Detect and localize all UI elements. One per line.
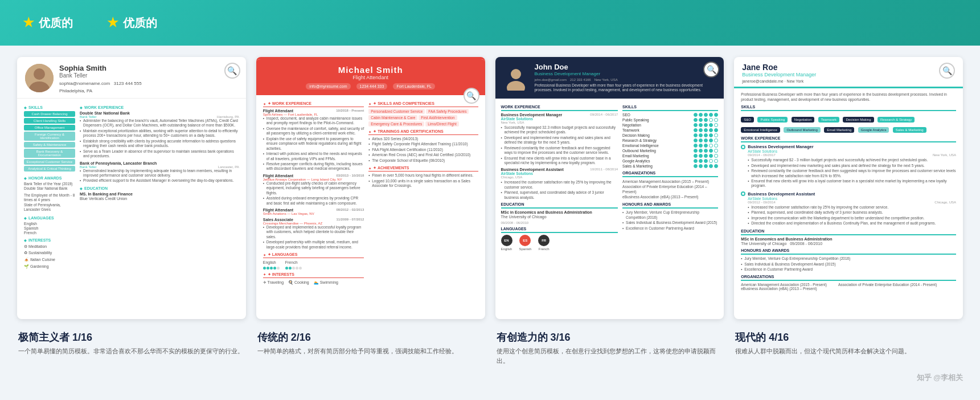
svg-point-1: [34, 68, 45, 80]
name-title-1: Sophia Smith Bank Teller sophia@nomename…: [59, 64, 142, 93]
magnify-btn-2[interactable]: 🔍: [464, 88, 479, 104]
resume-card-3: John Doe Business Development Manager jo…: [495, 57, 724, 319]
star-icon-2: ★: [107, 15, 118, 30]
watermark: 知乎 @李相关: [917, 373, 963, 383]
job-entry: Business Development Manager 09/2014 - 0…: [501, 113, 618, 166]
job-entry: Double Star National Bank Bank Teller Ha…: [80, 111, 239, 159]
card2-right: ✦ SKILLS AND COMPETENCIES Personalized C…: [368, 99, 478, 300]
job-entry: Flight Attendant 03/2013 - 10/2018 JetBl…: [263, 174, 364, 206]
cards-row: Sophia Smith Bank Teller sophia@nomename…: [17, 57, 963, 319]
card1-body: SKILLS Cash Drawer Balancing Client Hand…: [17, 99, 246, 309]
card2-header: Michael Smith Flight Attendant info@myre…: [256, 59, 485, 95]
card3-header: John Doe Business Development Manager jo…: [495, 57, 724, 99]
card1-header: Sophia Smith Bank Teller sophia@nomename…: [17, 57, 246, 99]
card-label-2: 传统的 2/16 一种简单的格式，对所有简历部分给予同等重视，强调技能和工作经验…: [256, 330, 485, 365]
job-entry: Business Development Assistant 10/2011 -…: [501, 168, 618, 200]
star-icon-1: ★: [23, 15, 34, 30]
sidebar-col-1: SKILLS Cash Drawer Balancing Client Hand…: [24, 102, 75, 306]
labels-row: 极简主义者 1/16 一个简单易懂的简历模板。非常适合喜欢不那么华而不实的模板的…: [17, 330, 963, 365]
job-entry: Flight Attendant 10/2018 - Present Spiri…: [263, 109, 364, 172]
magnify-btn-1[interactable]: 🔍: [224, 63, 240, 79]
work-entry: Business Development Manager AirState So…: [741, 144, 956, 189]
svg-point-4: [511, 69, 521, 79]
badge-2: ★ 优质的: [107, 15, 157, 31]
card2-left: ✦ WORK EXPERIENCE Flight Attendant 10/20…: [263, 99, 364, 300]
card4-header: Jane Roe Business Development Manager ja…: [734, 57, 963, 88]
resume-card-2: Michael Smith Flight Attendant info@myre…: [256, 57, 485, 319]
card3-body: WORK EXPERIENCE Business Development Man…: [495, 99, 724, 307]
card4-body: Professional Business Developer with mor…: [734, 88, 963, 311]
magnify-btn-3[interactable]: 🔍: [703, 62, 719, 77]
card-label-3: 有创造力的 3/16 使用这个创意简历模板，在创意行业找到您梦想的工作，这将使您…: [495, 330, 724, 365]
avatar-1: [25, 64, 54, 92]
resume-card-4: Jane Roe Business Development Manager ja…: [734, 57, 963, 319]
card-label-4: 现代的 4/16 很难从人群中脱颖而出，但这个现代简历样本会解决这个问题。: [734, 330, 963, 365]
main-content: Sophia Smith Bank Teller sophia@nomename…: [0, 46, 980, 382]
work-entry: Business Development Assistant AirState …: [741, 191, 956, 226]
card-label-1: 极简主义者 1/16 一个简单易懂的简历模板。非常适合喜欢不那么华而不实的模板的…: [17, 330, 246, 365]
card3-left: WORK EXPERIENCE Business Development Man…: [501, 102, 618, 303]
badge-1: ★ 优质的: [23, 15, 73, 31]
main-col-1: WORK EXPERIENCE Double Star National Ban…: [80, 102, 239, 306]
resume-card-1: Sophia Smith Bank Teller sophia@nomename…: [17, 57, 246, 319]
job-entry: Flight Attendant 08/2012 - 02/2013 Smith…: [263, 208, 364, 215]
magnify-btn-4[interactable]: 🔍: [939, 63, 955, 79]
job-entry: Bank of Pennsylvania, Lancaster Branch B…: [80, 161, 239, 183]
job-entry: Sales Associate 11/2009 - 07/2012 Crossi…: [263, 218, 364, 250]
top-banner: ★ 优质的 ★ 优质的: [0, 0, 980, 46]
avatar-3: [503, 65, 529, 91]
card3-right: SKILLS SEO Public Speaking: [622, 102, 718, 303]
card2-body: ✦ WORK EXPERIENCE Flight Attendant 10/20…: [256, 95, 485, 304]
